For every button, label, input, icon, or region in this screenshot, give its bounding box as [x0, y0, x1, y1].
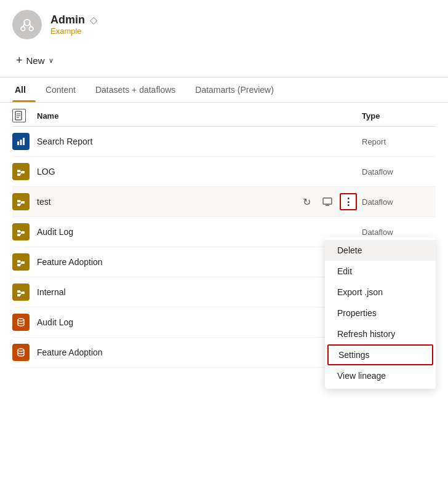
svg-line-29	[20, 232, 22, 235]
row-icon	[12, 223, 37, 240]
plus-icon: +	[16, 54, 23, 67]
row-icon	[12, 193, 37, 210]
svg-rect-12	[17, 170, 20, 172]
doc-icon	[12, 109, 26, 122]
dataflow-icon	[12, 253, 30, 271]
tab-content[interactable]: Content	[36, 77, 86, 102]
item-name: test	[37, 197, 298, 207]
svg-rect-35	[17, 290, 20, 293]
new-label: New	[26, 55, 45, 66]
item-type: Dataflow	[362, 197, 436, 207]
item-name: Audit Log	[37, 317, 362, 327]
svg-rect-37	[17, 294, 20, 296]
svg-point-2	[29, 26, 33, 31]
svg-line-34	[20, 263, 22, 265]
item-type: Dataflow	[362, 228, 436, 237]
row-icon	[12, 314, 37, 331]
svg-line-33	[20, 261, 22, 263]
row-icon	[12, 163, 37, 180]
dataflow-icon	[12, 284, 30, 301]
tab-datamarts[interactable]: Datamarts (Preview)	[185, 77, 284, 102]
svg-line-15	[20, 171, 22, 172]
table-header: Name Type	[12, 103, 436, 127]
database-icon	[12, 314, 30, 331]
menu-item-settings[interactable]: Settings	[327, 344, 433, 365]
svg-rect-31	[22, 261, 25, 264]
menu-item-delete[interactable]: Delete	[325, 240, 436, 261]
row-icon	[12, 133, 37, 150]
item-name: LOG	[37, 167, 362, 177]
svg-line-38	[20, 292, 22, 293]
menu-item-export[interactable]: Export .json	[325, 282, 436, 303]
dataflow-icon	[12, 193, 30, 210]
content-table: Name Type Search Report Report	[0, 103, 448, 368]
item-name: Search Report	[37, 137, 362, 146]
refresh-icon[interactable]: ↻	[298, 193, 315, 210]
tab-bar: All Content Datasets + dataflows Datamar…	[0, 77, 448, 103]
name-column-header: Name	[37, 111, 362, 121]
svg-line-21	[20, 202, 22, 205]
new-button[interactable]: + New ∨	[12, 52, 57, 69]
svg-line-39	[20, 293, 22, 295]
database-icon	[12, 344, 30, 361]
header-info: Admin ◇ Example	[50, 14, 97, 36]
tab-datasets[interactable]: Datasets + dataflows	[86, 77, 185, 102]
svg-rect-13	[22, 171, 25, 173]
more-options-button[interactable]: ⋮	[340, 193, 357, 210]
svg-rect-19	[17, 204, 20, 206]
table-row[interactable]: LOG Dataflow	[12, 157, 436, 187]
svg-rect-17	[17, 200, 20, 202]
context-menu: Delete Edit Export .json Properties Refr…	[325, 237, 436, 389]
workspace-subtitle: Example	[50, 26, 97, 36]
menu-item-properties[interactable]: Properties	[325, 303, 436, 323]
svg-rect-30	[17, 260, 20, 263]
workspace-header: Admin ◇ Example	[0, 0, 448, 47]
menu-item-lineage[interactable]: View lineage	[325, 365, 436, 386]
svg-line-20	[20, 201, 22, 202]
svg-rect-27	[17, 234, 20, 236]
svg-rect-14	[17, 173, 20, 176]
svg-rect-11	[23, 138, 25, 145]
menu-item-edit[interactable]: Edit	[325, 261, 436, 282]
svg-rect-36	[22, 292, 25, 294]
dataflow-icon	[12, 163, 30, 180]
item-type: Report	[362, 137, 436, 146]
row-icon	[12, 284, 37, 301]
row-actions: ↻ ⋮	[298, 193, 357, 210]
table-row[interactable]: Search Report Report	[12, 127, 436, 157]
diamond-icon: ◇	[90, 14, 97, 26]
svg-rect-22	[323, 198, 332, 204]
svg-rect-10	[20, 140, 22, 145]
toolbar: + New ∨	[0, 47, 448, 77]
dataflow-icon	[12, 223, 30, 240]
item-name: Feature Adoption	[37, 347, 362, 357]
svg-point-1	[21, 26, 25, 31]
row-icon	[12, 253, 37, 271]
menu-item-refresh[interactable]: Refresh history	[325, 323, 436, 344]
item-name: Internal	[37, 287, 362, 297]
row-icon	[12, 344, 37, 361]
monitor-icon[interactable]	[319, 193, 336, 210]
type-column-header: Type	[362, 111, 436, 121]
svg-rect-26	[22, 231, 25, 234]
svg-line-28	[20, 231, 22, 232]
svg-rect-25	[17, 230, 20, 232]
svg-rect-18	[22, 201, 25, 204]
header-icon-col	[12, 109, 37, 122]
svg-point-41	[18, 349, 24, 351]
item-type: Dataflow	[362, 167, 436, 177]
chevron-down-icon: ∨	[49, 57, 54, 65]
table-row[interactable]: test ↻ ⋮ Dataflow Delete Edit Export .js…	[12, 187, 436, 217]
workspace-name: Admin	[50, 14, 85, 26]
item-name: Feature Adoption	[37, 257, 362, 267]
report-icon	[12, 133, 30, 150]
tab-all[interactable]: All	[12, 77, 36, 102]
item-name: Audit Log	[37, 227, 362, 237]
svg-point-40	[18, 319, 24, 321]
svg-rect-9	[17, 141, 19, 145]
avatar	[12, 10, 42, 39]
svg-line-16	[20, 172, 22, 175]
svg-rect-32	[17, 264, 20, 266]
